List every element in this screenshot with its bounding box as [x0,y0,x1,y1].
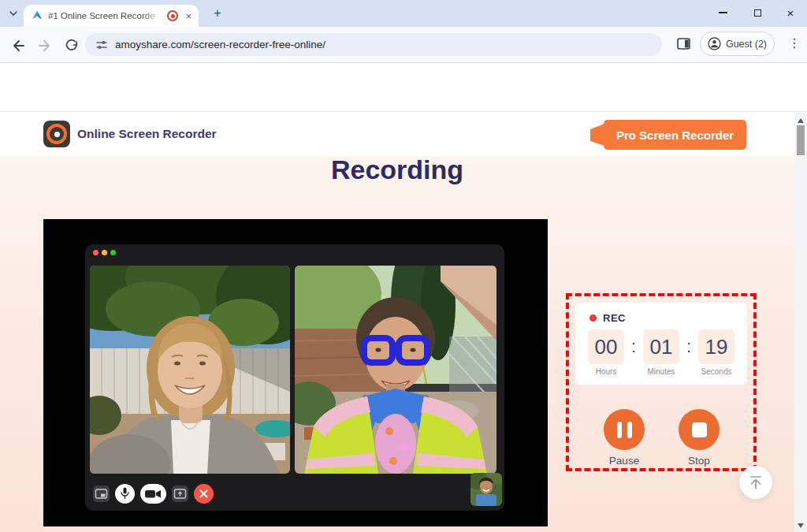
site-logo-text[interactable]: Online Screen Recorder [77,127,217,141]
tab-recording-indicator-icon [167,10,178,21]
stop-label: Stop [668,455,731,467]
maximize-icon [754,9,761,17]
browser-window: #1 Online Screen Recorde × + × amoy [0,0,807,532]
person-icon [708,37,721,50]
self-view-photo [470,473,502,506]
hours-label: Hours [588,367,624,376]
facetime-window [85,244,504,511]
scrollbar-thumb[interactable] [797,125,805,155]
pip-icon [93,485,110,502]
video-tile-right-photo [295,266,496,474]
rec-dot-icon [589,314,597,322]
profile-label: Guest (2) [726,39,767,50]
side-panel-button[interactable] [677,38,690,50]
seconds-label: Seconds [698,367,734,376]
screen-share-icon [172,485,188,502]
window-maximize-button[interactable] [746,0,769,25]
self-view-thumbnail [470,473,502,506]
back-button[interactable] [9,37,27,54]
amoyshare-favicon-icon [31,9,43,22]
scrollbar-down-icon[interactable] [798,523,804,528]
tab-search-button[interactable] [5,6,21,21]
end-call-icon [194,484,214,504]
browser-toolbar: amoyshare.com/screen-recorder-free-onlin… [0,27,807,63]
minimize-icon [719,12,727,13]
scroll-to-top-button[interactable] [739,466,772,499]
recorder-panel: REC 00 : 01 : 19 Hours Minutes Seconds [566,293,757,471]
tab-title: #1 Online Screen Recorde [48,11,162,20]
record-ring-icon [46,124,67,144]
tab-close-icon[interactable]: × [185,11,192,21]
site-logo[interactable] [43,121,70,147]
timer-separator: : [679,337,698,357]
window-minimize-button[interactable] [711,0,734,25]
stop-button[interactable] [679,409,720,450]
pro-screen-recorder-button[interactable]: Pro Screen Recorder [604,120,746,150]
page-scrollbar[interactable] [794,113,807,532]
video-camera-flag-icon [589,124,604,146]
browser-menu-button[interactable]: ⋮ [787,35,801,50]
rec-label: REC [603,312,626,324]
web-page: Online Screen Recorder Pro Screen Record… [0,63,807,532]
timer-card: REC 00 : 01 : 19 Hours Minutes Seconds [575,303,747,385]
profile-button[interactable]: Guest (2) [700,32,775,56]
video-tile-right [295,266,496,474]
minutes-label: Minutes [643,367,679,376]
video-tile-left [90,266,290,474]
url-text: amoyshare.com/screen-recorder-free-onlin… [115,39,325,50]
chevron-down-icon [9,11,17,16]
arrow-up-to-line-icon [746,472,766,493]
stop-icon [692,422,707,437]
new-tab-button[interactable]: + [210,6,225,21]
pause-button[interactable] [604,409,645,450]
timer: 00 : 01 : 19 [588,329,734,364]
reload-button[interactable] [63,37,80,54]
traffic-light-icons [93,250,116,255]
site-settings-icon [96,39,107,50]
address-bar[interactable]: amoyshare.com/screen-recorder-free-onlin… [85,33,662,56]
timer-hours: 00 [588,329,624,364]
timer-separator: : [624,337,643,357]
camera-icon [140,484,166,504]
page-title: Recording [0,154,794,185]
active-tab[interactable]: #1 Online Screen Recorde × [24,5,199,27]
facetime-controls [93,484,214,504]
video-tile-left-photo [90,266,290,474]
pause-label: Pause [593,455,656,467]
timer-minutes: 01 [643,329,679,364]
window-close-button[interactable]: × [779,0,802,25]
pause-icon [617,422,622,438]
forward-button[interactable] [36,37,54,54]
tab-strip: #1 Online Screen Recorde × + × [0,0,807,27]
timer-seconds: 19 [698,329,734,364]
scrollbar-up-icon[interactable] [798,118,804,123]
recording-preview [43,219,548,526]
microphone-icon [115,484,135,504]
